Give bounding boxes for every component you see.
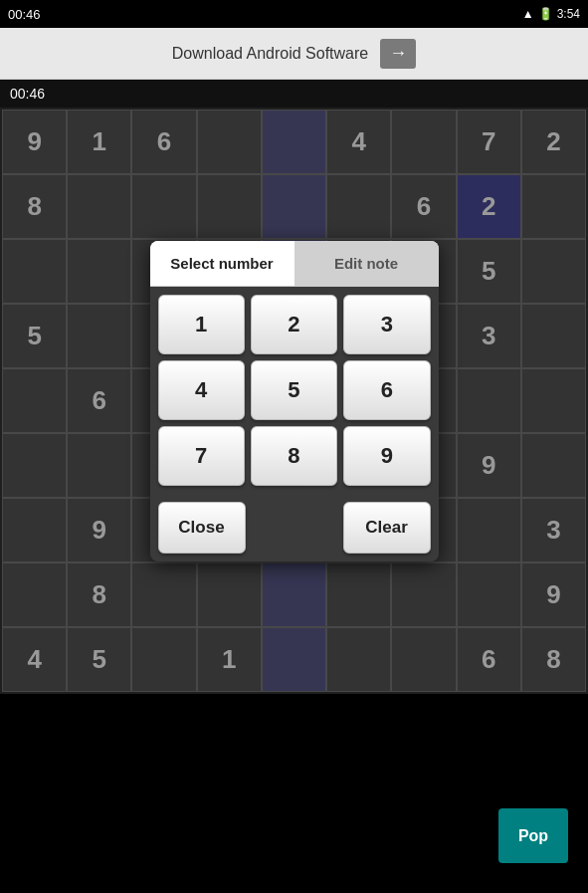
num-btn-5[interactable]: 5 [251, 360, 337, 420]
game-timer: 00:46 [10, 86, 45, 102]
pop-button[interactable]: Pop [498, 808, 568, 863]
num-btn-7[interactable]: 7 [158, 426, 245, 486]
timer-status: 00:46 [8, 7, 41, 22]
dialog-actions: Close Clear [150, 494, 439, 561]
wifi-icon: ▲ [522, 7, 534, 21]
battery-icon: 🔋 [538, 7, 553, 21]
num-btn-6[interactable]: 6 [343, 360, 430, 420]
tab-select-number[interactable]: Select number [150, 241, 294, 286]
grid-area: 9164728625589369938945168 Select number … [0, 108, 588, 694]
number-grid: 123456789 [150, 287, 439, 494]
num-btn-1[interactable]: 1 [158, 295, 245, 354]
num-btn-2[interactable]: 2 [251, 295, 337, 354]
status-bar: 00:46 ▲ 🔋 3:54 [0, 0, 588, 28]
clear-button[interactable]: Clear [343, 502, 431, 554]
ad-banner[interactable]: Download Android Software → [0, 28, 588, 80]
status-icons: ▲ 🔋 3:54 [522, 7, 580, 21]
tab-edit-note[interactable]: Edit note [294, 241, 439, 286]
ad-arrow[interactable]: → [380, 39, 416, 69]
clock: 3:54 [557, 7, 580, 21]
num-btn-9[interactable]: 9 [343, 426, 430, 486]
num-btn-4[interactable]: 4 [158, 360, 245, 420]
action-spacer [252, 502, 337, 554]
num-btn-8[interactable]: 8 [251, 426, 337, 486]
ad-text: Download Android Software [172, 45, 368, 63]
dialog-overlay: Select number Edit note 123456789 Close … [0, 108, 588, 694]
close-button[interactable]: Close [158, 502, 246, 554]
number-select-dialog: Select number Edit note 123456789 Close … [150, 241, 439, 561]
dialog-tabs: Select number Edit note [150, 241, 439, 287]
num-btn-3[interactable]: 3 [343, 295, 430, 354]
timer-bar: 00:46 [0, 80, 588, 108]
bottom-area: Pop [0, 694, 588, 893]
